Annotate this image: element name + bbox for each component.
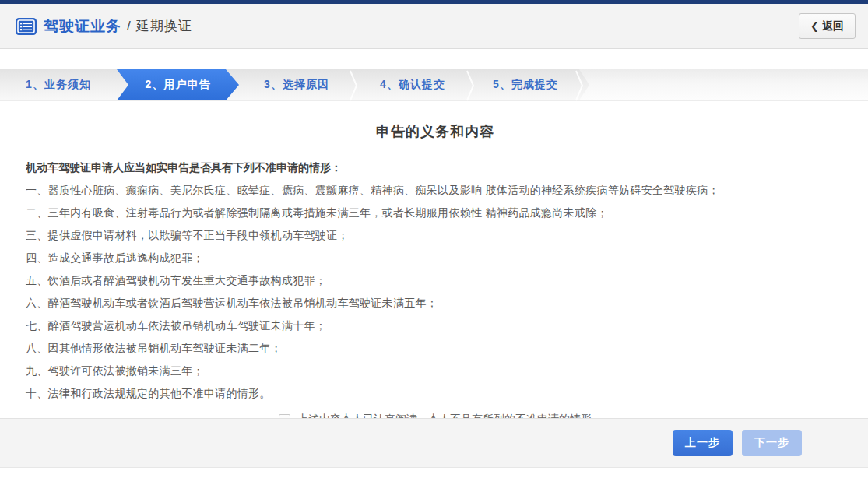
previous-step-button[interactable]: 上一步 <box>673 430 733 456</box>
declaration-item: 二、三年内有吸食、注射毒品行为或者解除强制隔离戒毒措施未满三年，或者长期服用依赖… <box>26 202 845 224</box>
step-2-user-declaration-active[interactable]: 2、用户申告 <box>117 69 239 100</box>
breadcrumb: 驾驶证业务 / 延期换证 <box>16 16 799 37</box>
back-button-label: 返回 <box>822 19 844 33</box>
footer-action-bar: 上一步 下一步 <box>0 418 868 468</box>
declaration-item: 八、因其他情形依法被吊销机动车驾驶证未满二年； <box>26 337 845 360</box>
step-5-finish-submit[interactable]: 5、完成提交 <box>471 69 580 100</box>
chevron-left-icon: ❮ <box>810 20 819 32</box>
main-content: 申告的义务和内容 机动车驾驶证申请人应当如实申告是否具有下列不准申请的情形： 一… <box>0 101 868 427</box>
header-steps-gap <box>0 49 868 69</box>
header: 驾驶证业务 / 延期换证 ❮ 返回 <box>0 4 868 49</box>
next-step-button[interactable]: 下一步 <box>742 430 802 456</box>
step-label: 1、业务须知 <box>26 78 91 92</box>
declaration-list: 一、器质性心脏病、癫痫病、美尼尔氏症、眩晕症、癔病、震颤麻痹、精神病、痴呆以及影… <box>26 179 845 405</box>
step-bar-filler <box>579 69 868 100</box>
declaration-item: 一、器质性心脏病、癫痫病、美尼尔氏症、眩晕症、癔病、震颤麻痹、精神病、痴呆以及影… <box>26 179 845 202</box>
breadcrumb-separator: / <box>127 19 131 34</box>
step-3-select-reason[interactable]: 3、选择原因 <box>239 69 354 100</box>
step-progress-bar: 1、业务须知 2、用户申告 3、选择原因 4、确认提交 5、完成提交 <box>0 69 868 101</box>
step-4-confirm-submit[interactable]: 4、确认提交 <box>354 69 471 100</box>
step-label: 2、用户申告 <box>146 78 211 92</box>
declaration-intro: 机动车驾驶证申请人应当如实申告是否具有下列不准申请的情形： <box>26 156 845 179</box>
declaration-item: 五、饮酒后或者醉酒驾驶机动车发生重大交通事故构成犯罪； <box>26 269 845 292</box>
declaration-item: 七、醉酒驾驶营运机动车依法被吊销机动车驾驶证未满十年； <box>26 315 845 337</box>
declaration-item: 十、法律和行政法规规定的其他不准申请的情形。 <box>26 382 845 405</box>
declaration-item: 六、醉酒驾驶机动车或者饮酒后驾驶营运机动车依法被吊销机动车驾驶证未满五年； <box>26 292 845 315</box>
breadcrumb-secondary: 延期换证 <box>136 17 192 35</box>
list-icon <box>16 18 37 35</box>
page-title: 申告的义务和内容 <box>26 122 845 141</box>
breadcrumb-primary: 驾驶证业务 <box>44 16 121 37</box>
declaration-item: 四、造成交通事故后逃逸构成犯罪； <box>26 247 845 269</box>
page: 驾驶证业务 / 延期换证 ❮ 返回 1、业务须知 2、用户申告 3、选择原因 4… <box>0 0 868 478</box>
back-button[interactable]: ❮ 返回 <box>799 13 856 39</box>
step-label: 5、完成提交 <box>493 78 558 92</box>
declaration-item: 三、提供虚假申请材料，以欺骗等不正当手段申领机动车驾驶证； <box>26 224 845 247</box>
step-1-business-notice[interactable]: 1、业务须知 <box>0 69 117 100</box>
declaration-item: 九、驾驶许可依法被撤销未满三年； <box>26 360 845 382</box>
step-label: 4、确认提交 <box>380 78 445 92</box>
step-label: 3、选择原因 <box>264 78 329 92</box>
